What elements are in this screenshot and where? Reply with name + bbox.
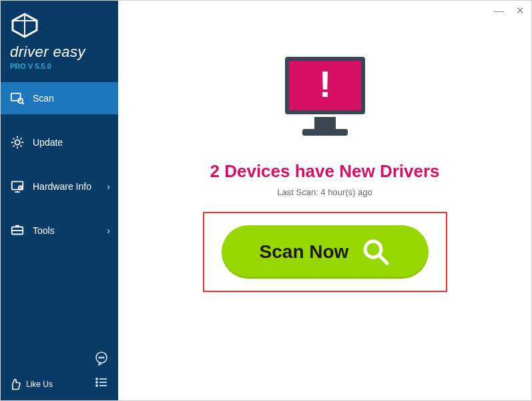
svg-text:!: ! <box>318 63 331 105</box>
sidebar: driver easy PRO V 5.5.0 Scan <box>1 1 118 400</box>
minimize-button[interactable]: — <box>493 5 505 17</box>
main-panel: — ✕ ! 2 Devices have New Drivers Last Sc… <box>118 1 531 400</box>
svg-line-3 <box>22 102 24 104</box>
scan-highlight-box: Scan Now <box>203 212 447 292</box>
svg-point-17 <box>96 378 97 380</box>
close-button[interactable]: ✕ <box>514 5 526 17</box>
svg-rect-26 <box>302 129 348 136</box>
scan-now-label: Scan Now <box>260 241 349 263</box>
menu-list-icon[interactable] <box>93 374 110 391</box>
sidebar-item-hardware-info[interactable]: Hardware Info › <box>1 170 118 203</box>
footer-icons <box>93 350 110 391</box>
alert-monitor-icon: ! <box>272 50 378 146</box>
sidebar-item-tools[interactable]: Tools › <box>1 215 118 247</box>
like-us-button[interactable]: Like Us <box>9 378 53 391</box>
sidebar-item-label: Scan <box>33 93 54 104</box>
brand-name: driver easy <box>10 43 109 61</box>
window-controls: — ✕ <box>493 5 526 17</box>
app-window: driver easy PRO V 5.5.0 Scan <box>1 1 531 400</box>
sidebar-footer: Like Us <box>1 343 118 400</box>
update-icon <box>10 135 25 150</box>
brand-logo-icon <box>10 13 109 41</box>
like-us-label: Like Us <box>26 380 53 389</box>
last-scan-text: Last Scan: 4 hour(s) ago <box>277 187 372 197</box>
sidebar-item-label: Hardware Info <box>33 181 91 192</box>
svg-rect-1 <box>11 94 21 101</box>
tools-icon <box>10 223 25 238</box>
brand-block: driver easy PRO V 5.5.0 <box>1 1 118 77</box>
sidebar-item-scan[interactable]: Scan <box>1 82 118 114</box>
svg-rect-25 <box>314 117 336 129</box>
svg-point-16 <box>103 357 104 358</box>
thumb-up-icon <box>9 378 22 391</box>
scan-icon <box>10 91 25 106</box>
sidebar-item-label: Update <box>33 137 63 148</box>
svg-point-21 <box>96 385 97 386</box>
svg-point-19 <box>96 382 97 383</box>
chevron-right-icon: › <box>107 181 110 192</box>
svg-point-4 <box>15 140 19 144</box>
status-headline: 2 Devices have New Drivers <box>210 161 440 182</box>
sidebar-menu: Scan Update <box>1 82 118 343</box>
hardware-icon <box>10 179 25 194</box>
brand-version: PRO V 5.5.0 <box>10 62 109 70</box>
magnifier-icon <box>360 237 390 268</box>
scan-now-button[interactable]: Scan Now <box>222 225 429 279</box>
feedback-icon[interactable] <box>93 350 110 367</box>
sidebar-item-label: Tools <box>33 225 55 236</box>
svg-point-15 <box>101 357 102 358</box>
sidebar-item-update[interactable]: Update <box>1 126 118 158</box>
chevron-right-icon: › <box>107 225 110 236</box>
svg-line-29 <box>380 256 387 263</box>
svg-point-14 <box>99 357 100 358</box>
